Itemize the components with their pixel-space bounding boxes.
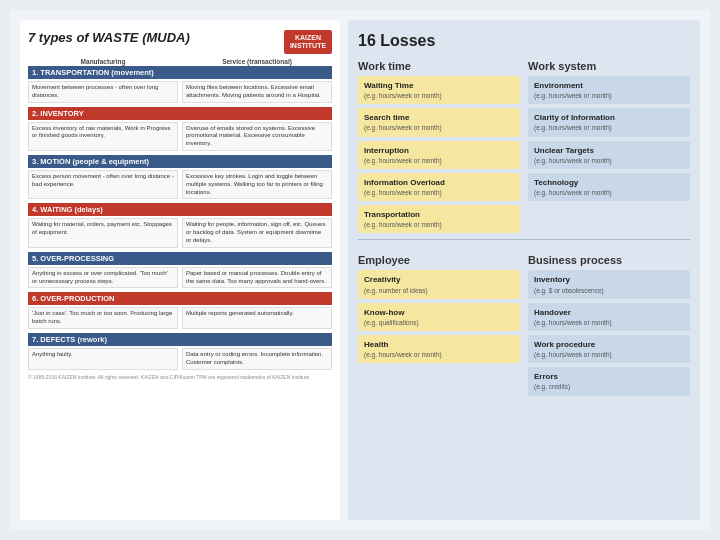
loss-card-group-right-work_time: Environment(e.g. hours/week or month)Cla… bbox=[528, 76, 690, 233]
loss-card-title: Technology bbox=[534, 177, 684, 188]
waste-section-4: 4. WAITING (delays)Waiting for material,… bbox=[28, 203, 332, 247]
losses-section-employee: EmployeeBusiness processCreativity(e.g. … bbox=[358, 254, 690, 395]
loss-card-left-work_time-2: Interruption(e.g. hours/week or month) bbox=[358, 141, 520, 169]
waste-service-4: Waiting for people, information, sign of… bbox=[182, 218, 332, 247]
col-header-manufacturing: Manufacturing bbox=[28, 58, 178, 65]
waste-manufacturing-7: Anything faulty. bbox=[28, 348, 178, 370]
title-italic: MUDA bbox=[146, 30, 185, 45]
waste-section-1: 1. TRANSPORTATION (movement)Movement bet… bbox=[28, 66, 332, 103]
loss-card-left-employee-0: Creativity(e.g. number of ideas) bbox=[358, 270, 520, 298]
loss-card-title: Waiting Time bbox=[364, 80, 514, 91]
waste-manufacturing-5: Anything in excess or over complicated. … bbox=[28, 267, 178, 289]
waste-section-title-6: 6. OVER-PRODUCTION bbox=[28, 292, 332, 305]
loss-card-right-employee-2: Work procedure(e.g. hours/week or month) bbox=[528, 335, 690, 363]
loss-card-title: Transportation bbox=[364, 209, 514, 220]
loss-card-sub: (e.g. hours/week or month) bbox=[534, 91, 684, 100]
loss-card-title: Clarity of Information bbox=[534, 112, 684, 123]
waste-row-2: Excess inventory of raw materials, Work … bbox=[28, 122, 332, 151]
loss-card-sub: (e.g. hours/week or month) bbox=[364, 156, 514, 165]
waste-manufacturing-3: Excess person movement - often over long… bbox=[28, 170, 178, 199]
loss-card-group-left-employee: Creativity(e.g. number of ideas)Know-how… bbox=[358, 270, 520, 395]
section-divider-0 bbox=[358, 239, 690, 240]
waste-section-title-4: 4. WAITING (delays) bbox=[28, 203, 332, 216]
waste-service-1: Moving files between locations. Excessiv… bbox=[182, 81, 332, 103]
waste-row-7: Anything faulty.Data entry or coding err… bbox=[28, 348, 332, 370]
loss-card-sub: (e.g. $ or obsolescence) bbox=[534, 286, 684, 295]
loss-card-sub: (e.g. hours/week or month) bbox=[364, 220, 514, 229]
loss-card-sub: (e.g. hours/week or month) bbox=[364, 188, 514, 197]
waste-row-5: Anything in excess or over complicated. … bbox=[28, 267, 332, 289]
loss-card-title: Health bbox=[364, 339, 514, 350]
kaizen-logo-text: KAIZENINSTITUTE bbox=[290, 34, 326, 49]
loss-card-right-work_time-0: Environment(e.g. hours/week or month) bbox=[528, 76, 690, 104]
loss-card-right-employee-1: Handover(e.g. hours/week or month) bbox=[528, 303, 690, 331]
title-text: 7 types of WASTE ( bbox=[28, 30, 146, 45]
waste-manufacturing-6: 'Just in case'. Too much or too soon. Pr… bbox=[28, 307, 178, 329]
loss-card-title: Creativity bbox=[364, 274, 514, 285]
waste-manufacturing-4: Waiting for material, orders, payment et… bbox=[28, 218, 178, 247]
loss-card-sub: (e.g. hours/week or month) bbox=[364, 350, 514, 359]
losses-cards-row-employee: Creativity(e.g. number of ideas)Know-how… bbox=[358, 270, 690, 395]
right-title: 16 Losses bbox=[358, 32, 690, 50]
loss-card-sub: (e.g. hours/week or month) bbox=[534, 188, 684, 197]
loss-card-title: Errors bbox=[534, 371, 684, 382]
waste-sections: 1. TRANSPORTATION (movement)Movement bet… bbox=[28, 66, 332, 370]
loss-card-left-employee-1: Know-how(e.g. qualifications) bbox=[358, 303, 520, 331]
loss-card-right-work_time-2: Unclear Targets(e.g. hours/week or month… bbox=[528, 141, 690, 169]
loss-card-title: Search time bbox=[364, 112, 514, 123]
waste-section-title-5: 5. OVER-PROCESSING bbox=[28, 252, 332, 265]
col-header-service: Service (transactional) bbox=[182, 58, 332, 65]
column-headers: Manufacturing Service (transactional) bbox=[28, 58, 332, 65]
loss-card-left-work_time-3: Information Overload(e.g. hours/week or … bbox=[358, 173, 520, 201]
waste-section-title-7: 7. DEFECTS (rework) bbox=[28, 333, 332, 346]
title-end: ) bbox=[185, 30, 189, 45]
loss-card-title: Inventory bbox=[534, 274, 684, 285]
loss-card-left-work_time-4: Transportation(e.g. hours/week or month) bbox=[358, 205, 520, 233]
loss-card-left-work_time-1: Search time(e.g. hours/week or month) bbox=[358, 108, 520, 136]
loss-card-title: Work procedure bbox=[534, 339, 684, 350]
waste-section-title-3: 3. MOTION (people & equipment) bbox=[28, 155, 332, 168]
waste-section-7: 7. DEFECTS (rework)Anything faulty.Data … bbox=[28, 333, 332, 370]
loss-card-right-employee-0: Inventory(e.g. $ or obsolescence) bbox=[528, 270, 690, 298]
kaizen-logo: KAIZENINSTITUTE bbox=[284, 30, 332, 54]
waste-service-5: Paper based or manual processes. Double … bbox=[182, 267, 332, 289]
waste-section-6: 6. OVER-PRODUCTION'Just in case'. Too mu… bbox=[28, 292, 332, 329]
right-panel: 16 Losses Work timeWork systemWaiting Ti… bbox=[348, 20, 700, 520]
loss-card-sub: (e.g. hours/week or month) bbox=[534, 156, 684, 165]
page: 7 types of WASTE (MUDA) KAIZENINSTITUTE … bbox=[10, 10, 710, 530]
losses-section-headers-work_time: Work timeWork system bbox=[358, 60, 690, 72]
loss-card-sub: (e.g. hours/week or month) bbox=[534, 350, 684, 359]
loss-card-left-employee-2: Health(e.g. hours/week or month) bbox=[358, 335, 520, 363]
loss-card-title: Unclear Targets bbox=[534, 145, 684, 156]
loss-card-title: Know-how bbox=[364, 307, 514, 318]
waste-section-5: 5. OVER-PROCESSINGAnything in excess or … bbox=[28, 252, 332, 289]
waste-row-6: 'Just in case'. Too much or too soon. Pr… bbox=[28, 307, 332, 329]
loss-card-sub: (e.g. hours/week or month) bbox=[364, 123, 514, 132]
waste-service-3: Excessive key strokes. Login and toggle … bbox=[182, 170, 332, 199]
waste-service-7: Data entry or coding errors. Incomplete … bbox=[182, 348, 332, 370]
losses-sections: Work timeWork systemWaiting Time(e.g. ho… bbox=[358, 60, 690, 508]
waste-manufacturing-2: Excess inventory of raw materials, Work … bbox=[28, 122, 178, 151]
waste-manufacturing-1: Movement between processes - often over … bbox=[28, 81, 178, 103]
loss-card-title: Interruption bbox=[364, 145, 514, 156]
loss-card-sub: (e.g. credits) bbox=[534, 382, 684, 391]
waste-section-title-2: 2. INVENTORY bbox=[28, 107, 332, 120]
losses-section-headers-employee: EmployeeBusiness process bbox=[358, 254, 690, 266]
loss-card-title: Information Overload bbox=[364, 177, 514, 188]
loss-card-right-work_time-1: Clarity of Information(e.g. hours/week o… bbox=[528, 108, 690, 136]
left-panel: 7 types of WASTE (MUDA) KAIZENINSTITUTE … bbox=[20, 20, 340, 520]
left-title: 7 types of WASTE (MUDA) bbox=[28, 30, 190, 45]
loss-card-left-work_time-0: Waiting Time(e.g. hours/week or month) bbox=[358, 76, 520, 104]
waste-service-2: Overuse of emails stored on systems. Exc… bbox=[182, 122, 332, 151]
loss-card-sub: (e.g. qualifications) bbox=[364, 318, 514, 327]
waste-section-3: 3. MOTION (people & equipment)Excess per… bbox=[28, 155, 332, 199]
waste-row-4: Waiting for material, orders, payment et… bbox=[28, 218, 332, 247]
loss-card-title: Handover bbox=[534, 307, 684, 318]
waste-section-2: 2. INVENTORYExcess inventory of raw mate… bbox=[28, 107, 332, 151]
loss-card-title: Environment bbox=[534, 80, 684, 91]
waste-service-6: Multiple reports generated automatically… bbox=[182, 307, 332, 329]
losses-cards-row-work_time: Waiting Time(e.g. hours/week or month)Se… bbox=[358, 76, 690, 233]
waste-section-title-1: 1. TRANSPORTATION (movement) bbox=[28, 66, 332, 79]
loss-card-sub: (e.g. hours/week or month) bbox=[534, 318, 684, 327]
losses-section-left-title-employee: Employee bbox=[358, 254, 520, 266]
